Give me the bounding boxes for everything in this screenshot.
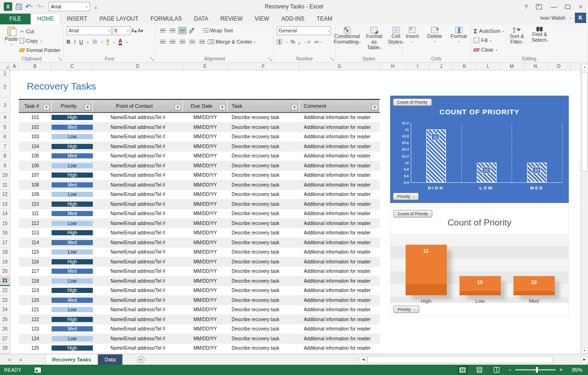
select-all-corner[interactable] [0, 63, 10, 70]
ribbon-tab-insert[interactable]: INSERT [60, 14, 93, 24]
cell-comment[interactable]: Additional information for reader [300, 334, 380, 344]
cell-comment[interactable]: Additional information for reader [300, 209, 380, 218]
cell-task-id[interactable]: 120 [19, 296, 52, 305]
paste-button[interactable]: Paste▾ [3, 26, 20, 56]
cell-priority[interactable]: Low [52, 219, 93, 228]
cell-task-id[interactable]: 112 [19, 219, 52, 228]
cell-priority[interactable]: Med [52, 123, 93, 132]
table-row[interactable]: 122HighName/Email address/Tel #MM/DD/YYD… [19, 315, 380, 325]
italic-button[interactable]: I [74, 39, 75, 45]
zoom-slider-track[interactable] [515, 369, 556, 370]
cell-task[interactable]: Describe recovery task [227, 219, 300, 228]
page-break-view-button[interactable] [491, 366, 502, 374]
redo-dropdown-icon[interactable]: ▾ [42, 3, 43, 10]
cell-task[interactable]: Describe recovery task [227, 123, 300, 132]
table-row[interactable]: 123MedName/Email address/Tel #MM/DD/YYDe… [19, 324, 380, 334]
cell-comment[interactable]: Additional information for reader [300, 132, 380, 142]
cell-due-date[interactable]: MM/DD/YY [183, 113, 227, 122]
cell-due-date[interactable]: MM/DD/YY [183, 200, 227, 209]
sheet-canvas[interactable]: Recovery Tasks Task #▼Priority▼Point of … [0, 70, 580, 354]
decrease-indent-button[interactable] [188, 38, 196, 45]
middle-align-button[interactable] [168, 27, 177, 34]
zoom-slider-thumb[interactable] [536, 367, 538, 373]
delete-cells-button[interactable]: × Delete▾ [425, 26, 444, 56]
row-header-25[interactable]: 25 [0, 315, 10, 325]
cell-task-id[interactable]: 105 [19, 151, 52, 161]
cell-contact[interactable]: Name/Email address/Tel # [93, 277, 183, 286]
cell-task[interactable]: Describe recovery task [227, 200, 300, 209]
column-header-B[interactable]: B [19, 63, 52, 70]
cut-button[interactable]: ✂Cut [20, 27, 60, 36]
top-align-button[interactable] [158, 27, 167, 34]
row-header-18[interactable]: 18 [0, 248, 10, 257]
cell-task-id[interactable]: 102 [19, 123, 52, 132]
cell-comment[interactable]: Additional information for reader [300, 344, 380, 353]
cell-task[interactable]: Describe recovery task [227, 113, 300, 122]
page-layout-view-button[interactable] [475, 366, 485, 374]
cell-priority[interactable]: High [52, 113, 93, 122]
cell-comment[interactable]: Additional information for reader [300, 190, 380, 199]
cell-task[interactable]: Describe recovery task [227, 286, 300, 295]
cell-priority[interactable]: Med [52, 267, 93, 276]
table-row[interactable]: 107HighName/Email address/Tel #MM/DD/YYD… [19, 171, 380, 180]
cell-priority[interactable]: Med [52, 296, 93, 305]
column-header-O[interactable]: O [547, 63, 571, 70]
row-header-23[interactable]: 23 [0, 296, 10, 306]
cell-task-id[interactable]: 101 [19, 113, 52, 122]
row-header-14[interactable]: 14 [0, 209, 10, 219]
autosum-button[interactable]: ΣAutoSum▾ [474, 27, 504, 35]
column-header-K[interactable]: K [453, 63, 476, 70]
cell-due-date[interactable]: MM/DD/YY [183, 171, 227, 180]
cell-priority[interactable]: High [52, 228, 93, 238]
row-header-3[interactable]: 3 [0, 98, 10, 113]
font-name-box[interactable]: Arial▾ [67, 26, 112, 35]
table-row[interactable]: 119HighName/Email address/Tel #MM/DD/YYD… [19, 286, 380, 296]
scroll-down-button[interactable]: ▼ [581, 347, 588, 354]
number-format-box[interactable]: General▾ [277, 26, 331, 35]
row-header-6[interactable]: 6 [0, 132, 10, 142]
chart-count-of-priority-orange[interactable]: Count of Priority Count of Priority Prio… [390, 207, 569, 316]
row-header-24[interactable]: 24 [0, 305, 10, 315]
cell-contact[interactable]: Name/Email address/Tel # [93, 344, 183, 353]
user-name[interactable]: Ivan Walsh [540, 15, 565, 21]
sheet-tab-recovery-tasks[interactable]: Recovery Tasks [45, 354, 98, 365]
cell-contact[interactable]: Name/Email address/Tel # [93, 238, 183, 248]
borders-button[interactable]: ⊞ [92, 38, 97, 45]
next-sheet-button[interactable]: ▶ [20, 358, 23, 362]
qat-font-name-box[interactable]: Arial▾ [49, 2, 90, 11]
prev-sheet-button[interactable]: ◀ [8, 358, 10, 362]
filter-dropdown-button[interactable]: ▼ [219, 104, 226, 110]
cell-contact[interactable]: Name/Email address/Tel # [93, 267, 183, 276]
vertical-scroll-thumb[interactable] [581, 72, 588, 172]
bold-button[interactable]: B [67, 39, 70, 45]
cell-task-id[interactable]: 110 [19, 200, 52, 209]
cell-task-id[interactable]: 107 [19, 171, 52, 180]
accounting-format-button[interactable]: $ [277, 39, 282, 45]
row-header-16[interactable]: 16 [0, 228, 10, 238]
cell-task[interactable]: Describe recovery task [227, 315, 300, 324]
row-header-17[interactable]: 17 [0, 238, 10, 248]
row-header-19[interactable]: 19 [0, 257, 10, 267]
row-header-26[interactable]: 26 [0, 324, 10, 334]
table-row[interactable]: 103LowName/Email address/Tel #MM/DD/YYDe… [19, 132, 380, 142]
font-color-button[interactable]: A [119, 38, 122, 45]
alignment-dialog-launcher[interactable] [268, 57, 272, 61]
pivot-chart-count-of-priority-blue[interactable]: Count of Priority COUNT OF PRIORITY Prio… [390, 96, 569, 203]
cell-comment[interactable]: Additional information for reader [300, 238, 380, 248]
macro-record-icon[interactable] [35, 368, 41, 373]
cell-due-date[interactable]: MM/DD/YY [183, 324, 227, 334]
cell-task-id[interactable]: 125 [19, 344, 52, 353]
table-row[interactable]: 125HighName/Email address/Tel #MM/DD/YYD… [19, 344, 380, 353]
cell-comment[interactable]: Additional information for reader [300, 305, 380, 315]
cell-due-date[interactable]: MM/DD/YY [183, 296, 227, 305]
cell-priority[interactable]: Med [52, 180, 93, 190]
sort-filter-button[interactable]: AZ Sort & Filter▾ [508, 26, 526, 56]
merge-center-button[interactable]: Merge & Center [216, 39, 252, 45]
cell-due-date[interactable]: MM/DD/YY [183, 228, 227, 238]
cell-contact[interactable]: Name/Email address/Tel # [93, 305, 183, 315]
cell-comment[interactable]: Additional information for reader [300, 142, 380, 151]
table-row[interactable]: 112LowName/Email address/Tel #MM/DD/YYDe… [19, 219, 380, 229]
column-header-J[interactable]: J [430, 63, 453, 70]
cell-comment[interactable]: Additional information for reader [300, 248, 380, 257]
row-header-8[interactable]: 8 [0, 151, 10, 161]
